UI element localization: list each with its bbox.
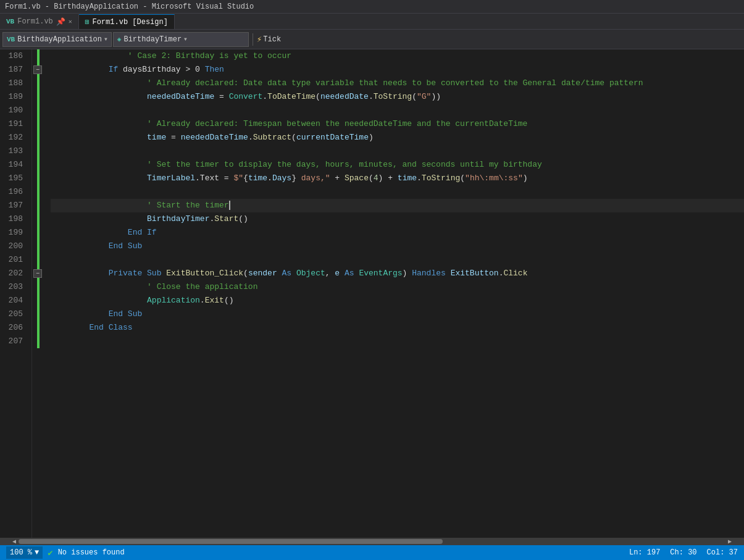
scroll-track[interactable]: [19, 539, 725, 544]
toolbar-sep: [253, 33, 253, 46]
member-dropdown-icon: ◈: [117, 35, 122, 43]
code-line[interactable]: End Sub: [51, 240, 744, 253]
line-number: 201: [0, 253, 27, 267]
tab-pin-icon[interactable]: 📌: [56, 17, 65, 27]
line-number: 200: [0, 240, 27, 253]
line-number: 198: [0, 212, 27, 226]
code-content[interactable]: ' Case 2: Birthday is yet to occur If da…: [44, 49, 744, 538]
code-line[interactable]: [51, 335, 744, 348]
toolbar: VB BirthdayApplication ▼ ◈ BirthdayTimer…: [0, 30, 744, 49]
status-left: 100 % ▼ ✔ No issues found: [6, 546, 125, 559]
line-number: 192: [0, 131, 27, 144]
line-number: 193: [0, 144, 27, 158]
scroll-left-btn[interactable]: ◀: [10, 538, 19, 545]
code-line[interactable]: Private Sub ExitButton_Click(sender As O…: [51, 267, 744, 280]
status-check-icon: ✔: [48, 548, 52, 558]
member-dropdown-label: BirthdayTimer: [123, 35, 182, 44]
line-number: 189: [0, 90, 27, 104]
line-number: 188: [0, 77, 27, 90]
code-line[interactable]: BirthdayTimer.Start(): [51, 212, 744, 226]
scroll-right-btn[interactable]: ▶: [725, 538, 734, 545]
status-bar: 100 % ▼ ✔ No issues found Ln: 197 Ch: 30…: [0, 545, 744, 560]
class-dropdown[interactable]: VB BirthdayApplication ▼: [2, 32, 112, 47]
status-text: No issues found: [58, 548, 125, 557]
event-icon: ⚡: [257, 34, 262, 44]
zoom-label: 100 %: [10, 548, 32, 557]
tab-close-1[interactable]: ✕: [69, 18, 72, 25]
tab-bar: VB Form1.vb 📌 ✕ ⊞ Form1.vb [Design]: [0, 14, 744, 30]
tab-form1-design[interactable]: ⊞ Form1.vb [Design]: [79, 14, 175, 29]
line-number: 186: [0, 49, 27, 63]
class-dropdown-arrow: ▼: [104, 36, 107, 42]
code-line[interactable]: End If: [51, 226, 744, 240]
code-line[interactable]: Application.Exit(): [51, 294, 744, 307]
class-dropdown-label: BirthdayApplication: [17, 35, 102, 44]
tab-form1-vb[interactable]: VB Form1.vb 📌 ✕: [0, 14, 79, 29]
member-dropdown[interactable]: ◈ BirthdayTimer ▼: [113, 32, 249, 47]
vb-dropdown-icon: VB: [7, 36, 15, 43]
code-line[interactable]: [51, 144, 744, 158]
status-right: Ln: 197 Ch: 30 Col: 37: [629, 548, 738, 557]
tab-label-2: Form1.vb [Design]: [92, 18, 167, 27]
line-number: 207: [0, 335, 27, 348]
code-line[interactable]: [51, 185, 744, 199]
collapse-button[interactable]: −: [33, 65, 42, 74]
line-number: 191: [0, 117, 27, 131]
line-number: 187: [0, 63, 27, 77]
title-text: Form1.vb - BirthdayApplication - Microso…: [5, 2, 254, 11]
vb-tab-icon: VB: [6, 18, 14, 25]
code-line[interactable]: ' Case 2: Birthday is yet to occur: [51, 49, 744, 63]
title-bar: Form1.vb - BirthdayApplication - Microso…: [0, 0, 744, 14]
design-tab-icon: ⊞: [85, 18, 90, 26]
gutter: −−: [32, 49, 44, 538]
zoom-control[interactable]: 100 % ▼: [6, 546, 43, 559]
code-line[interactable]: ' Start the timer: [51, 199, 744, 212]
h-scrollbar[interactable]: ◀ ▶: [0, 538, 744, 545]
line-number: 203: [0, 280, 27, 294]
code-line[interactable]: ' Set the timer to display the days, hou…: [51, 158, 744, 172]
code-line[interactable]: neededDateTime = Convert.ToDateTime(need…: [51, 90, 744, 104]
line-number: 197: [0, 199, 27, 212]
code-line[interactable]: End Sub: [51, 307, 744, 321]
line-number: 202: [0, 267, 27, 280]
line-number: 195: [0, 172, 27, 185]
col-label: Col: 37: [707, 548, 738, 557]
code-line[interactable]: End Class: [51, 321, 744, 335]
code-line[interactable]: ' Already declared: Date data type varia…: [51, 77, 744, 90]
scroll-thumb[interactable]: [19, 539, 443, 544]
event-label: Tick: [263, 35, 281, 44]
code-line[interactable]: ' Already declared: Timespan between the…: [51, 117, 744, 131]
code-line[interactable]: TimerLabel.Text = $"{time.Days} days," +…: [51, 172, 744, 185]
collapse-button[interactable]: −: [33, 269, 42, 278]
line-number: 199: [0, 226, 27, 240]
line-number: 205: [0, 307, 27, 321]
member-dropdown-arrow: ▼: [184, 36, 187, 42]
tab-label-1: Form1.vb: [17, 17, 53, 26]
editor-area: 1861871881891901911921931941951961971981…: [0, 49, 744, 538]
ln-label: Ln: 197: [629, 548, 660, 557]
ch-label: Ch: 30: [670, 548, 696, 557]
code-line[interactable]: time = neededDateTime.Subtract(currentDa…: [51, 131, 744, 144]
line-number: 196: [0, 185, 27, 199]
line-numbers: 1861871881891901911921931941951961971981…: [0, 49, 32, 538]
code-line[interactable]: [51, 104, 744, 117]
code-line[interactable]: If daysBirthday > 0 Then: [51, 63, 744, 77]
line-number: 204: [0, 294, 27, 307]
code-line[interactable]: ' Close the application: [51, 280, 744, 294]
line-number: 194: [0, 158, 27, 172]
line-number: 206: [0, 321, 27, 335]
zoom-arrow: ▼: [35, 548, 39, 557]
code-line[interactable]: [51, 253, 744, 267]
line-number: 190: [0, 104, 27, 117]
